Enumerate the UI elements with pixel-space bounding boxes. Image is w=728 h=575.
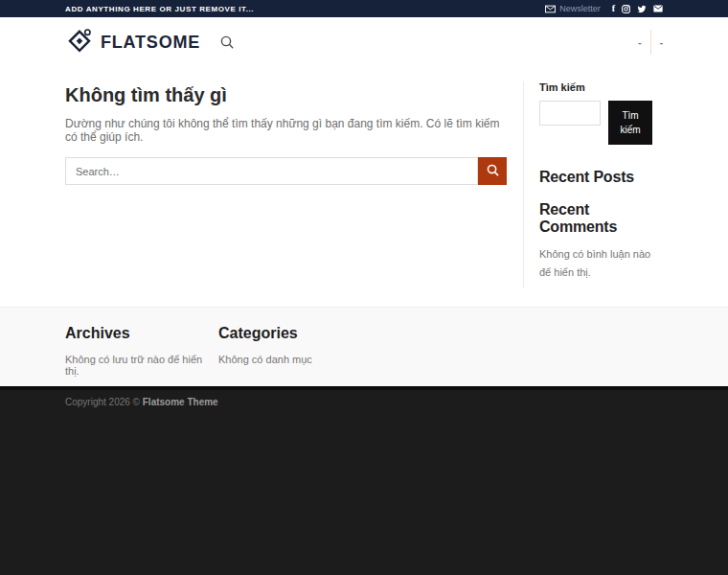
- topbar-right: Newsletter f: [545, 4, 663, 13]
- no-archives-text: Không có lưu trữ nào để hiển thị.: [65, 354, 218, 377]
- recent-comments-title: Recent Comments: [539, 201, 663, 236]
- topbar-message: ADD ANYTHING HERE OR JUST REMOVE IT...: [65, 5, 254, 13]
- site-header: FLATSOME - -: [0, 17, 728, 67]
- content-sidebar-divider: [523, 81, 524, 288]
- footer-archives-widget: Archives Không có lưu trữ nào để hiển th…: [65, 325, 218, 377]
- copyright-prefix: Copyright 2026 ©: [65, 397, 143, 407]
- nav-item-left[interactable]: -: [638, 37, 641, 48]
- sidebar-search-input[interactable]: [539, 101, 601, 126]
- sidebar: Tìm kiếm Tìm kiếm Recent Posts Recent Co…: [539, 67, 663, 307]
- instagram-icon[interactable]: [622, 5, 630, 13]
- not-found-description: Dường như chúng tôi không thể tìm thấy n…: [65, 117, 507, 144]
- archives-title: Archives: [65, 325, 218, 342]
- footer-widgets: Archives Không có lưu trữ nào để hiển th…: [0, 307, 728, 386]
- twitter-icon[interactable]: [637, 5, 647, 13]
- brand-name: FLATSOME: [101, 33, 200, 53]
- search-input[interactable]: [65, 157, 478, 185]
- email-icon[interactable]: [653, 5, 663, 12]
- top-bar: ADD ANYTHING HERE OR JUST REMOVE IT... N…: [0, 0, 728, 17]
- newsletter-label: Newsletter: [559, 4, 601, 13]
- newsletter-link[interactable]: Newsletter: [545, 4, 601, 13]
- page: ADD ANYTHING HERE OR JUST REMOVE IT... N…: [0, 0, 728, 575]
- absolute-footer: Copyright 2026 © Flatsome Theme: [0, 386, 728, 575]
- facebook-icon[interactable]: f: [612, 4, 615, 13]
- recent-posts-title: Recent Posts: [539, 169, 663, 186]
- footer-categories-widget: Categories Không có danh mục: [218, 325, 372, 377]
- search-submit-button[interactable]: [478, 157, 507, 185]
- header-divider: [650, 30, 651, 55]
- no-categories-text: Không có danh mục: [218, 354, 372, 365]
- sidebar-search-button[interactable]: Tìm kiếm: [608, 101, 652, 145]
- nav-item-right[interactable]: -: [660, 37, 663, 48]
- main-column: Không tìm thấy gì Dường như chúng tôi kh…: [65, 67, 507, 307]
- flatsome-logo-icon: [65, 26, 94, 58]
- content-area: Không tìm thấy gì Dường như chúng tôi kh…: [65, 67, 663, 307]
- main-search-form: [65, 157, 507, 185]
- logo[interactable]: FLATSOME: [65, 26, 200, 58]
- header-search-icon[interactable]: [220, 35, 234, 49]
- copyright: Copyright 2026 © Flatsome Theme: [65, 397, 663, 407]
- sidebar-search-form: Tìm kiếm: [539, 101, 663, 145]
- search-icon: [487, 164, 499, 179]
- copyright-brand: Flatsome Theme: [143, 397, 218, 407]
- header-nav: - -: [638, 30, 663, 55]
- no-comments-text: Không có bình luận nào để hiển thị.: [539, 245, 663, 281]
- newsletter-envelope-icon: [545, 5, 556, 13]
- page-title: Không tìm thấy gì: [65, 84, 507, 106]
- categories-title: Categories: [218, 325, 372, 342]
- sidebar-search-label: Tìm kiếm: [539, 81, 663, 93]
